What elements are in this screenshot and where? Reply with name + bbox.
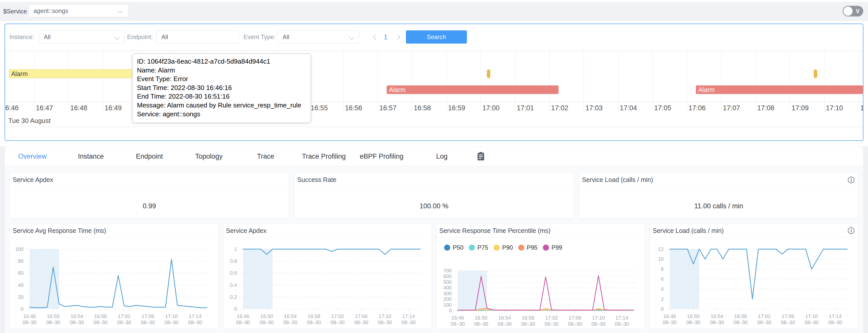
chart-x-tick-time: 16:54	[498, 315, 511, 321]
tab-endpoint[interactable]: Endpoint	[136, 146, 163, 166]
events-panel: Instance: All Endpoint: All Event Type: …	[5, 24, 863, 141]
tab-trace[interactable]: Trace	[257, 146, 274, 166]
chart-y-tick-label: 200	[443, 296, 452, 302]
chart-x-tick-date: 08–30	[401, 320, 415, 325]
tab-overview[interactable]: Overview	[18, 146, 47, 166]
chart-x-tick-date: 08–30	[259, 320, 274, 325]
legend-dot-p99[interactable]	[543, 245, 549, 251]
service-select-value: agent::songs	[33, 5, 68, 17]
chart-x-tick-date: 08–30	[615, 321, 629, 327]
info-stem	[851, 179, 851, 182]
pagination-current-page[interactable]: 1	[380, 30, 391, 44]
pagination-prev-icon[interactable]	[370, 30, 380, 44]
clipboard-line	[479, 156, 483, 157]
service-variable-label: $Service	[3, 2, 27, 21]
timeline-event-label: Alarm	[389, 86, 558, 94]
timeline-time-label: 17:00	[483, 103, 500, 113]
chart-x-tick-time: 16:46	[237, 313, 249, 319]
chart-y-tick-label: 6	[661, 276, 663, 282]
chart-x-tick-date: 08–30	[710, 320, 724, 325]
timeline-date-label: Tue 30 August	[8, 116, 51, 126]
service-select[interactable]: agent::songs	[28, 4, 129, 17]
card-title: Service Apdex	[226, 224, 267, 238]
tab-instance[interactable]: Instance	[78, 146, 104, 166]
info-icon-svg	[848, 227, 855, 234]
chart-y-tick-label: 12	[658, 246, 663, 252]
pagination-next-icon[interactable]	[393, 30, 403, 44]
chart-svg-service-load-calls-min-[interactable]: 02468101216:4608–3016:5008–3016:5408–301…	[650, 238, 858, 329]
chart-card-service-avg-response-time-ms-: Service Avg Response Time (ms)0204060801…	[10, 223, 219, 329]
timeline-event-label: Alarm	[698, 86, 863, 94]
legend-label-p95[interactable]: P95	[527, 244, 538, 251]
timeline-time-label: 17:08	[757, 103, 775, 113]
chart-y-tick-label: 60	[18, 270, 24, 276]
event-tooltip-line: End Time: 2022-08-30 16:51:16	[137, 92, 306, 101]
tab-topology[interactable]: Topology	[195, 146, 223, 166]
timeline-time-label: 16:56	[345, 103, 362, 113]
timeline-event-bar[interactable]: Alarm	[386, 85, 558, 94]
legend-label-p99[interactable]: P99	[552, 244, 562, 251]
legend-dot-p95[interactable]	[518, 245, 524, 251]
chart-y-tick-label: 100	[443, 302, 452, 308]
chart-y-tick-label: 20	[18, 294, 24, 300]
chart-x-tick-date: 08–30	[686, 320, 701, 325]
tab-log[interactable]: Log	[436, 146, 447, 166]
chart-y-tick-label: 0	[661, 306, 663, 312]
chart-x-tick-date: 08–30	[757, 320, 771, 325]
timeline-grid-line	[687, 51, 687, 114]
event-tooltip-line: Message: Alarm caused by Rule service_re…	[137, 101, 306, 110]
chart-x-tick-date: 08–30	[164, 320, 179, 325]
chart-x-tick-date: 08–30	[307, 320, 321, 325]
chart-x-tick-time: 17:14	[616, 315, 628, 321]
legend-label-p75[interactable]: P75	[477, 244, 489, 251]
chart-x-axis-labels: 16:4608–3016:5008–3016:5408–3016:5808–30…	[236, 309, 415, 325]
chart-y-axis-labels: 0100200300400500600700	[443, 268, 452, 313]
timeline-event-point[interactable]	[814, 70, 817, 78]
timeline-time-label: 16:59	[448, 103, 465, 113]
events-timeline[interactable]: 16:4616:4716:4816:4916:5016:5116:5216:53…	[5, 51, 863, 127]
clipboard-icon[interactable]	[477, 152, 485, 161]
version-toggle[interactable]: V	[843, 6, 863, 17]
timeline-grid-line	[721, 51, 721, 114]
legend-label-p50[interactable]: P50	[453, 244, 464, 251]
instance-filter-select[interactable]: All	[39, 30, 125, 44]
toggle-label: V	[856, 6, 860, 17]
tab-trace-profiling[interactable]: Trace Profiling	[302, 146, 346, 166]
chart-svg-service-apdex[interactable]: 00.20.40.60.8116:4608–3016:5008–3016:540…	[223, 238, 432, 329]
endpoint-filter-input[interactable]: All	[156, 30, 239, 44]
timeline-grid-line	[377, 51, 378, 114]
chart-area[interactable]: 00.20.40.60.8116:4608–3016:5008–3016:540…	[223, 238, 432, 329]
timeline-time-label: 17:07	[723, 103, 740, 113]
timeline-time-label: 17:06	[688, 103, 706, 113]
legend-dot-p90[interactable]	[494, 245, 500, 251]
chart-y-tick-label: 8	[661, 266, 663, 272]
instance-filter-label: Instance:	[9, 30, 34, 44]
chart-x-tick-date: 08–30	[804, 320, 818, 325]
chart-highlight-band	[243, 249, 273, 309]
info-icon[interactable]	[848, 176, 855, 183]
info-icon[interactable]	[848, 227, 855, 234]
chart-x-tick-date: 08–30	[236, 320, 250, 325]
chart-x-tick-date: 08–30	[70, 320, 84, 325]
chart-x-tick-date: 08–30	[545, 321, 559, 327]
chart-x-tick-date: 08–30	[451, 321, 465, 327]
legend-label-p90[interactable]: P90	[502, 244, 513, 251]
chart-area[interactable]: 02468101216:4608–3016:5008–3016:5408–301…	[650, 238, 858, 329]
search-button[interactable]: Search	[406, 30, 467, 44]
chart-area[interactable]: 02040608010016:4608–3016:5008–3016:5408–…	[10, 238, 218, 329]
legend-dot-p75[interactable]	[469, 245, 475, 251]
clipboard-line	[479, 155, 483, 155]
metric-value: 0.99	[10, 188, 289, 218]
event-type-filter-select[interactable]: All	[278, 30, 359, 44]
chart-svg-service-avg-response-time-ms-[interactable]: 02040608010016:4608–3016:5008–3016:5408–…	[10, 238, 218, 329]
timeline-top-border	[5, 51, 863, 51]
timeline-grid-line	[103, 51, 103, 114]
legend-dot-p50[interactable]	[444, 245, 450, 251]
timeline-event-point[interactable]	[487, 70, 490, 78]
chart-legend[interactable]: P50P75P90P95P99	[444, 244, 562, 251]
tab-ebpf-profiling[interactable]: eBPF Profiling	[360, 146, 404, 166]
chart-x-tick-time: 17:06	[142, 313, 154, 319]
chart-svg-service-response-time-percentile-ms-[interactable]: P50P75P90P95P99010020030040050060070016:…	[437, 238, 645, 329]
chart-area[interactable]: P50P75P90P95P99010020030040050060070016:…	[437, 238, 645, 329]
timeline-event-bar[interactable]: Alarm	[696, 85, 863, 94]
